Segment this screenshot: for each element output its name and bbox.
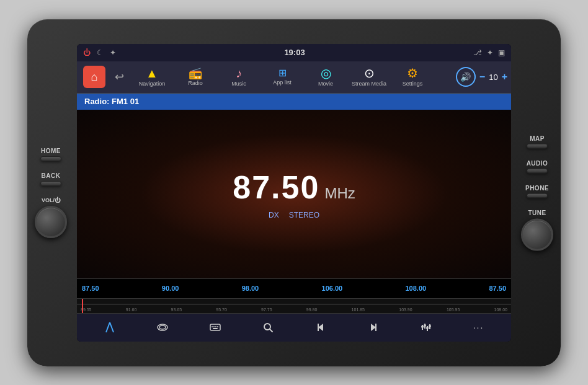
back-side-button[interactable] [40, 181, 61, 186]
tick-5: 97.75 [261, 308, 272, 312]
brightness-icon: ✦ [110, 48, 116, 57]
status-time: 19:03 [284, 48, 305, 57]
tuning-marker [82, 299, 83, 313]
tuning-bar-inner: 89.55 91.60 93.65 95.70 97.75 99.80 101.… [77, 299, 511, 313]
svg-point-23 [429, 325, 431, 327]
map-side-button[interactable] [527, 143, 548, 148]
phone-label: PHONE [525, 184, 549, 191]
volume-control: 🔊 − 10 + [456, 67, 507, 87]
tick-10: 108.00 [494, 308, 507, 312]
svg-point-22 [426, 327, 429, 329]
vol-label: VOL/⏻ [42, 197, 60, 203]
radio-label-bar: Radio: FM1 01 [77, 94, 511, 110]
svg-marker-12 [318, 324, 323, 331]
back-label: BACK [42, 172, 61, 179]
audio-label: AUDIO [527, 159, 548, 166]
svg-line-11 [270, 329, 272, 332]
back-app-button[interactable]: ↩ [108, 66, 130, 88]
phone-side-button[interactable] [527, 193, 548, 198]
svg-line-0 [106, 322, 110, 332]
svg-point-21 [424, 324, 426, 327]
scale-90: 90.00 [162, 285, 179, 292]
volume-minus[interactable]: − [479, 71, 485, 82]
radio-main-display: 87.50 MHz DX STEREO [77, 110, 511, 278]
btn-more[interactable]: ··· [468, 316, 490, 339]
tick-3: 93.65 [171, 308, 182, 312]
home-app-button[interactable]: ⌂ [83, 66, 105, 88]
app-music[interactable]: ♪ Music [217, 63, 261, 91]
tick-4: 95.70 [216, 308, 227, 312]
volume-plus[interactable]: + [502, 71, 507, 82]
volume-circle: 🔊 [456, 67, 476, 87]
tuning-bar: 89.55 91.60 93.65 95.70 97.75 99.80 101.… [77, 298, 511, 313]
home-btn-group: HOME [40, 148, 61, 161]
tick-7: 101.85 [352, 308, 365, 312]
tick-6: 99.80 [306, 308, 318, 312]
app-movie[interactable]: ◎ Movie [304, 63, 347, 91]
scale-markers: 87.50 90.00 98.00 106.00 108.00 87.50 [82, 285, 506, 292]
radio-label: Radio: FM1 01 [84, 97, 139, 106]
btn-next[interactable] [362, 316, 385, 339]
bottom-controls: ··· [77, 313, 511, 342]
svg-point-3 [159, 325, 166, 329]
back-btn-group: BACK [40, 172, 61, 186]
tune-label: TUNE [528, 209, 546, 216]
vol-icon: 🔊 [460, 72, 471, 82]
usb-icon: ⎇ [473, 48, 482, 57]
btn-prev[interactable] [310, 316, 332, 339]
tick-2: 91.60 [126, 308, 137, 312]
app-streammedia[interactable]: ⊙ Stream Media [347, 63, 391, 91]
tick-9: 105.95 [447, 308, 460, 312]
svg-marker-14 [371, 324, 376, 331]
phone-btn-group: PHONE [525, 184, 549, 198]
app-applist[interactable]: ⊞ App list [261, 63, 304, 91]
power-icon: ⏻ [83, 48, 91, 57]
stereo-label: STEREO [289, 211, 319, 219]
status-right: ⎇ ✦ ▣ [473, 48, 505, 57]
volume-value: 10 [489, 73, 497, 82]
frequency-unit: MHz [324, 185, 355, 202]
tick-8: 103.90 [399, 308, 412, 312]
volume-knob[interactable] [35, 206, 67, 238]
scale-87: 87.50 [82, 285, 99, 292]
left-controls: HOME BACK VOL/⏻ [35, 148, 67, 238]
svg-point-20 [421, 325, 424, 328]
btn-antenna[interactable] [99, 316, 121, 339]
dx-label: DX [269, 211, 279, 219]
home-side-button[interactable] [40, 156, 61, 161]
audio-side-button[interactable] [527, 168, 548, 173]
map-label: MAP [530, 135, 545, 141]
scale-98: 98.00 [242, 285, 259, 292]
app-navigation[interactable]: ▲ Navigation [130, 63, 174, 91]
map-btn-group: MAP [527, 135, 548, 148]
tuning-labels: 89.55 91.60 93.65 95.70 97.75 99.80 101.… [77, 308, 511, 312]
bluetooth-icon: ✦ [487, 48, 493, 57]
home-label: HOME [41, 148, 61, 154]
moon-icon: ☾ [97, 48, 104, 57]
frequency-display: 87.50 MHz [233, 169, 355, 206]
svg-rect-4 [210, 324, 220, 330]
btn-keyboard[interactable] [204, 316, 226, 339]
audio-btn-group: AUDIO [527, 159, 548, 173]
tuning-scale-line [77, 304, 511, 304]
right-controls: MAP AUDIO PHONE TUNE [521, 135, 553, 250]
btn-scan[interactable] [151, 316, 174, 339]
app-bar: ⌂ ↩ ▲ Navigation 📻 Radio ♪ Music ⊞ App l… [77, 61, 511, 94]
status-bar: ⏻ ☾ ✦ 19:03 ⎇ ✦ ▣ [77, 44, 511, 61]
frequency-value: 87.50 [233, 169, 319, 206]
signal-icon: ▣ [498, 48, 505, 57]
car-radio-device: HOME BACK VOL/⏻ MAP AUDIO PHONE TUNE [27, 19, 561, 366]
scale-108: 108.00 [406, 285, 427, 292]
status-left: ⏻ ☾ ✦ [83, 48, 116, 57]
app-radio[interactable]: 📻 Radio [174, 63, 217, 91]
svg-line-1 [110, 322, 114, 332]
scale-106: 106.00 [322, 285, 343, 292]
main-screen: ⏻ ☾ ✦ 19:03 ⎇ ✦ ▣ ⌂ ↩ ▲ Navigation [77, 44, 511, 342]
frequency-info: DX STEREO [269, 211, 319, 219]
tune-knob-group: TUNE [521, 209, 553, 250]
vol-knob-group: VOL/⏻ [35, 197, 67, 238]
btn-equalizer[interactable] [415, 316, 437, 339]
btn-search[interactable] [257, 316, 279, 339]
app-settings[interactable]: ⚙ Settings [391, 63, 434, 91]
tune-knob[interactable] [521, 218, 553, 250]
